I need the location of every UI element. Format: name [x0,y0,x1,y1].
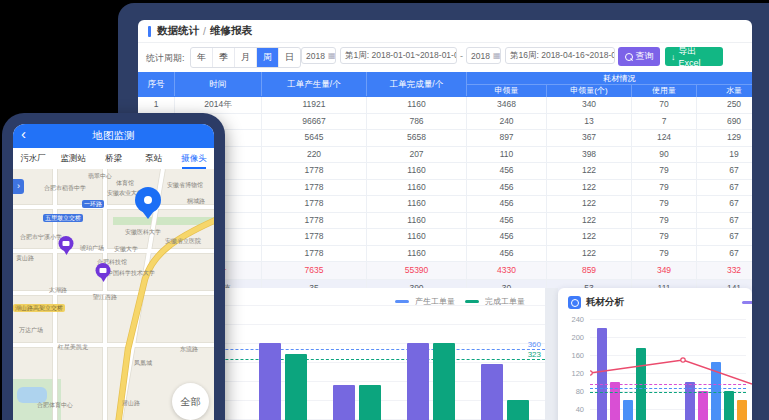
period-option-2[interactable]: 月 [235,48,257,67]
map-label: 中国科学技术大学 [107,269,155,278]
camera-pin-icon[interactable] [96,263,111,278]
bar [481,364,503,420]
table-body: 12014年1192111603468340702509666778624013… [138,97,752,298]
screenshot-stage: 数据统计 / 维修报表 统计周期: 年季月周日 2018 ▦ 第1周: 2018… [0,0,769,420]
map-label: 一环路 [82,200,104,208]
breadcrumb-separator: / [203,25,206,37]
table-cell: 79 [632,180,697,197]
map-label: 体育馆 [116,179,134,188]
y-tick-label: 160 [564,351,584,360]
table-cell: 124 [632,130,697,147]
year-from-value: 2018 [306,51,325,61]
expand-icon[interactable]: › [13,179,24,194]
sub-col-header: 使用量 [632,84,697,97]
table-row: 56455658897367124129 [138,130,752,147]
bar [507,400,529,420]
y-tick-label: 120 [564,369,584,378]
table-cell: 456 [467,196,547,213]
y-tick-label: 240 [564,315,584,324]
map-label: 红星美凯龙 [58,343,88,352]
table-cell: 1 [138,97,175,114]
table-row: 177811604561227967 [138,246,752,263]
table-row: 12014年119211160346834070250 [138,97,752,114]
period-option-0[interactable]: 年 [191,48,213,67]
legend-marker [465,300,479,303]
phone-header: ‹ 地图监测 [13,124,214,148]
col-header: 时间 [175,72,262,96]
col-header: 工单产生量/个 [262,72,367,96]
phone-tab-3[interactable]: 泵站 [134,148,174,169]
back-chevron-icon[interactable]: ‹ [21,125,26,142]
map-label: 望江西路 [93,293,117,302]
period-option-1[interactable]: 季 [213,48,235,67]
table-cell: 1160 [367,246,467,263]
map-label: 桐城路 [187,197,205,206]
chart-title-row: 耗材分析 [568,296,624,309]
week-from-value: 第1周: 2018-01-01~2018-01-07 [345,50,457,62]
range-separator: - [460,51,463,61]
table-cell: 1160 [367,180,467,197]
bar [333,385,355,420]
sub-headers: 申领量 申领量(个) 使用量 水量 [467,84,752,97]
phone-tab-2[interactable]: 桥梁 [93,148,133,169]
table-cell: 19 [697,147,752,164]
map-view[interactable]: 翡翠中心体育馆合肥市稻香中学安徽农业大学安徽省博物馆一环路五里墩立交桥桐城路合肥… [13,169,214,420]
table-cell: 70 [632,97,697,114]
year-from-select[interactable]: 2018 ▦ [301,47,336,64]
table-cell: 67 [697,163,752,180]
phone-page-title: 地图监测 [93,129,135,143]
year-to-select[interactable]: 2018 ▦ [466,47,501,64]
year-to-value: 2018 [471,51,490,61]
export-excel-button[interactable]: ↓ 导出Excel [665,47,723,66]
table-row: 177811604561227967 [138,180,752,197]
map-label: 安徽省博物馆 [167,181,203,190]
period-option-3[interactable]: 周 [257,48,279,67]
map-label: 安徽大学 [114,245,138,254]
phone-tab-0[interactable]: 污水厂 [13,148,53,169]
table-cell: 79 [632,213,697,230]
table-cell: 2014年 [175,97,262,114]
map-label: 东流路 [180,345,198,354]
location-pin-icon[interactable] [135,187,161,213]
table-cell: 4330 [467,262,547,280]
table-cell: 1778 [262,213,367,230]
breadcrumb-section: 数据统计 [157,24,199,38]
calendar-icon: ▦ [328,51,336,60]
map-label: 太湖路 [49,286,67,295]
col-header: 序号 [138,72,175,96]
table-cell: 786 [367,114,467,131]
table-cell: 79 [632,246,697,263]
phone-tab-bar: 污水厂监测站桥梁泵站摄像头 [13,148,214,170]
bar [259,343,281,420]
phone-tab-4[interactable]: 摄像头 [174,148,214,169]
table-cell: 240 [467,114,547,131]
table-cell: 1778 [262,163,367,180]
chart-title: 耗材分析 [586,296,624,309]
table-cell: 13 [547,114,632,131]
period-label: 统计周期: [146,52,185,65]
camera-pin-icon[interactable] [59,236,74,251]
table-cell: 79 [632,163,697,180]
week-to-input[interactable]: 第16周: 2018-04-16~2018-04-22 [505,47,615,64]
search-icon [625,53,633,61]
query-button[interactable]: 查询 [618,47,660,66]
table-cell: 96667 [262,114,367,131]
table-cell: 5645 [262,130,367,147]
all-filter-button[interactable]: 全部 [172,383,209,420]
table-cell: 250 [697,97,752,114]
period-option-4[interactable]: 日 [279,48,300,67]
table-cell: 67 [697,180,752,197]
bar [407,343,429,420]
phone-tab-1[interactable]: 监测站 [53,148,93,169]
period-segment: 年季月周日 [190,47,301,68]
table-cell: 897 [467,130,547,147]
table-row: 96667786240137690 [138,114,752,131]
map-label: 万达广场 [19,326,43,335]
table-cell: 55390 [367,262,467,280]
table-cell: 1778 [262,229,367,246]
breadcrumb-page: 维修报表 [210,24,252,38]
map-label: 合肥市稻香中学 [44,184,86,193]
table-cell: 367 [547,130,632,147]
week-from-input[interactable]: 第1周: 2018-01-01~2018-01-07 [340,47,457,64]
table-cell: 67 [697,196,752,213]
